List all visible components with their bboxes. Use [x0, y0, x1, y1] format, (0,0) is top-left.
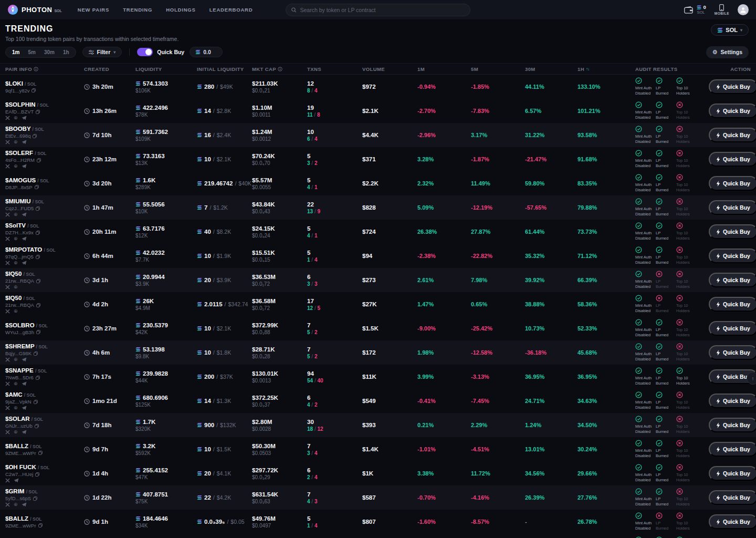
- mobile-app-button[interactable]: MOBILE: [715, 4, 729, 15]
- x-social-icon[interactable]: [5, 309, 10, 314]
- timeframe-button[interactable]: 1h: [59, 48, 74, 56]
- quick-buy-button[interactable]: Quick Buy: [709, 79, 756, 94]
- telegram-icon[interactable]: [22, 164, 27, 169]
- telegram-icon[interactable]: [22, 406, 27, 410]
- quick-buy-button[interactable]: Quick Buy: [709, 224, 756, 239]
- column-header-liquidity[interactable]: LIQUIDITY: [135, 66, 197, 72]
- copy-icon[interactable]: [36, 303, 40, 307]
- x-social-icon[interactable]: [5, 212, 10, 217]
- quick-buy-button[interactable]: Quick Buy: [709, 442, 756, 457]
- table-row[interactable]: $IQ50 / SOL 21rw...RBQA ⊕ 3d 1h 20.9944 …: [0, 268, 756, 292]
- chain-select-dropdown[interactable]: SOL ▾: [711, 24, 749, 36]
- table-row[interactable]: $SHREMP / SOL Bqjy...G98K ⊕ 4h 6m 53.139…: [0, 340, 756, 365]
- x-social-icon[interactable]: [5, 261, 10, 265]
- table-row[interactable]: $BALLZ / SOL 9ZME...wWPr 9d 7h 3.2K $592…: [0, 437, 756, 461]
- table-row[interactable]: $GRIM / SOL 5yfD...s6pS ⊕ 1d 22h 407.875…: [0, 485, 756, 510]
- copy-icon[interactable]: [33, 134, 37, 138]
- x-social-icon[interactable]: [5, 478, 10, 483]
- nav-item[interactable]: LEADERBOARD: [209, 7, 253, 13]
- quick-buy-amount-input[interactable]: [203, 49, 217, 55]
- website-icon[interactable]: ⊕: [14, 261, 18, 265]
- quick-buy-button[interactable]: Quick Buy: [709, 176, 756, 191]
- column-header-5m[interactable]: 5M: [471, 66, 525, 72]
- copy-icon[interactable]: [36, 110, 40, 114]
- search-bar[interactable]: [286, 4, 470, 16]
- table-row[interactable]: $SOLBRO / SOL WYuJ...gB3h 23h 27m 230.53…: [0, 316, 756, 340]
- copy-icon[interactable]: [38, 451, 43, 455]
- website-icon[interactable]: ⊕: [14, 285, 18, 289]
- website-icon[interactable]: ⊕: [14, 502, 18, 507]
- table-row[interactable]: $LOKI / SOL 9qf1...y82v 3h 20m 574.1303 …: [0, 75, 756, 99]
- telegram-icon[interactable]: [22, 261, 27, 265]
- table-row[interactable]: $SOLAR / SOL GNJr...uzUb ⊕ 7d 18h 1.7K $…: [0, 413, 756, 437]
- table-row[interactable]: $SOLERF / SOL 4sFo...H2RM ⊕ 23h 12m 73.3…: [0, 147, 756, 171]
- scroll-top-button[interactable]: ↑: [747, 372, 756, 385]
- table-row[interactable]: $SNAPPE / SOL 7NwB...5Dr6 ⊕ 7h 17s 239.9…: [0, 365, 756, 389]
- filter-button[interactable]: Filter ▾: [82, 47, 122, 57]
- quick-buy-button[interactable]: Quick Buy: [709, 200, 756, 215]
- quick-buy-button[interactable]: Quick Buy: [709, 418, 756, 432]
- quick-buy-button[interactable]: Quick Buy: [709, 104, 756, 118]
- column-header-volume[interactable]: VOLUME: [362, 66, 417, 72]
- website-icon[interactable]: ⊕: [14, 116, 18, 120]
- copy-icon[interactable]: [36, 255, 40, 259]
- quick-buy-button[interactable]: Quick Buy: [709, 394, 756, 408]
- quick-buy-toggle[interactable]: [137, 48, 153, 56]
- x-social-icon[interactable]: [5, 285, 10, 289]
- copy-icon[interactable]: [38, 523, 43, 527]
- column-header-txns[interactable]: TXNS: [307, 66, 362, 72]
- timeframe-button[interactable]: 1m: [8, 48, 24, 56]
- website-icon[interactable]: ⊕: [14, 140, 18, 144]
- quick-buy-button[interactable]: Quick Buy: [709, 466, 756, 481]
- x-social-icon[interactable]: [5, 357, 10, 362]
- column-header-pair-info[interactable]: PAIR INFO: [5, 66, 84, 72]
- timeframe-button[interactable]: 5m: [24, 48, 39, 56]
- wallet-widget[interactable]: 0 SOL: [684, 5, 706, 15]
- table-row[interactable]: $BALLZ / SOL 9ZME...wWPr 9d 1h 184.4646 …: [0, 510, 756, 534]
- website-icon[interactable]: ⊕: [14, 357, 18, 362]
- quick-buy-button[interactable]: Quick Buy: [709, 297, 756, 312]
- copy-icon[interactable]: [36, 279, 40, 283]
- quick-buy-button[interactable]: Quick Buy: [709, 321, 756, 336]
- copy-icon[interactable]: [33, 496, 37, 501]
- x-social-icon[interactable]: [5, 502, 10, 507]
- copy-icon[interactable]: [35, 472, 39, 477]
- user-avatar[interactable]: [738, 4, 749, 15]
- x-social-icon[interactable]: [5, 140, 10, 144]
- copy-icon[interactable]: [32, 88, 36, 92]
- website-icon[interactable]: ⊕: [14, 164, 18, 169]
- table-row[interactable]: $SOLPHIN / SOL EAfD...BZVT ⊕ 13h 26m 422…: [0, 99, 756, 123]
- x-social-icon[interactable]: [5, 406, 10, 410]
- copy-icon[interactable]: [35, 185, 39, 189]
- table-row[interactable]: $SolTV / SOL DZ7H...Kx9x ⊕ 20h 11m 63.71…: [0, 220, 756, 244]
- telegram-icon[interactable]: [22, 236, 27, 241]
- website-icon[interactable]: ⊕: [14, 381, 18, 386]
- website-icon[interactable]: ⊕: [14, 430, 18, 434]
- nav-item[interactable]: NEW PAIRS: [78, 7, 109, 13]
- x-social-icon[interactable]: [5, 381, 10, 386]
- photon-logo[interactable]: PHOTON SOL: [7, 4, 62, 15]
- column-header-1m[interactable]: 1M: [417, 66, 471, 72]
- website-icon[interactable]: ⊕: [14, 212, 18, 217]
- settings-button[interactable]: ⚙ Settings: [706, 46, 749, 58]
- x-social-icon[interactable]: [5, 430, 10, 434]
- table-row[interactable]: $MIUMIU / SOL CqzJ...FUD5 ⊕ 1h 47m 55.50…: [0, 195, 756, 220]
- telegram-icon[interactable]: [22, 357, 27, 362]
- column-header-mkt-cap[interactable]: MKT CAP: [252, 66, 307, 72]
- website-icon[interactable]: ⊕: [14, 309, 18, 314]
- table-row[interactable]: $hadow / SOL 7.4K / $79.06M: [0, 534, 756, 538]
- quick-buy-amount-field[interactable]: [190, 47, 223, 57]
- table-row[interactable]: $AMC / SOL 9jaZ...VpkN ⊕ 1mo 21d 680.690…: [0, 389, 756, 413]
- website-icon[interactable]: ⊕: [14, 406, 18, 410]
- quick-buy-button[interactable]: Quick Buy: [709, 490, 756, 505]
- website-icon[interactable]: ⊕: [14, 236, 18, 241]
- quick-buy-button[interactable]: Quick Buy: [709, 345, 756, 360]
- telegram-icon[interactable]: [22, 502, 27, 507]
- quick-buy-button[interactable]: Quick Buy: [709, 514, 756, 529]
- x-social-icon[interactable]: [5, 116, 10, 120]
- x-social-icon[interactable]: [5, 236, 10, 241]
- telegram-icon[interactable]: [22, 116, 27, 120]
- column-header-1h[interactable]: 1H ↑↓: [578, 66, 635, 72]
- copy-icon[interactable]: [34, 351, 38, 356]
- telegram-icon[interactable]: [22, 381, 27, 386]
